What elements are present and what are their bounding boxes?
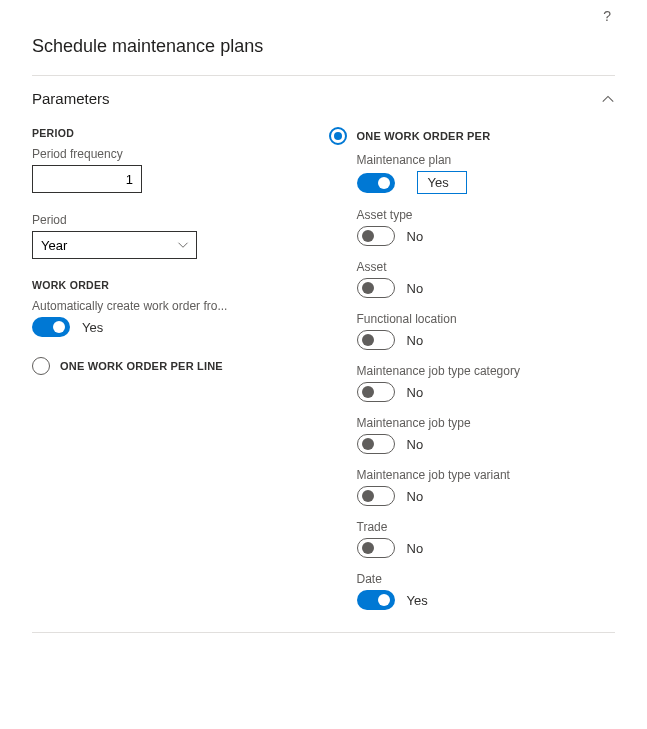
toggle-field-label: Date: [357, 572, 616, 586]
page-title: Schedule maintenance plans: [32, 0, 615, 75]
work-order-group-label: WORK ORDER: [32, 279, 319, 291]
help-icon[interactable]: ?: [603, 8, 611, 24]
chevron-up-icon: [601, 92, 615, 106]
toggle-field-label: Trade: [357, 520, 616, 534]
radio-per-line-label: ONE WORK ORDER PER LINE: [60, 360, 223, 372]
parameters-section-header[interactable]: Parameters: [32, 90, 615, 127]
toggle-maintenance-plan[interactable]: [357, 173, 395, 193]
period-frequency-label: Period frequency: [32, 147, 319, 161]
section-title: Parameters: [32, 90, 110, 107]
auto-create-value: Yes: [82, 320, 103, 335]
toggle-field-label: Maintenance plan: [357, 153, 616, 167]
radio-one-work-order-per[interactable]: [329, 127, 347, 145]
period-select[interactable]: [32, 231, 197, 259]
toggle-value: No: [407, 541, 424, 556]
toggle-value: No: [407, 437, 424, 452]
toggle-functional-location[interactable]: [357, 330, 395, 350]
toggle-value: No: [407, 333, 424, 348]
toggle-field-label: Asset type: [357, 208, 616, 222]
toggle-value: No: [407, 229, 424, 244]
toggle-field-label: Maintenance job type: [357, 416, 616, 430]
toggle-asset[interactable]: [357, 278, 395, 298]
toggle-trade[interactable]: [357, 538, 395, 558]
radio-one-work-order-per-line[interactable]: [32, 357, 50, 375]
auto-create-label: Automatically create work order fro...: [32, 299, 282, 313]
period-label: Period: [32, 213, 319, 227]
bottom-divider: [32, 632, 615, 633]
toggle-field-label: Functional location: [357, 312, 616, 326]
period-frequency-input[interactable]: [32, 165, 142, 193]
toggle-maintenance-job-type[interactable]: [357, 434, 395, 454]
toggle-date[interactable]: [357, 590, 395, 610]
toggle-field-label: Maintenance job type variant: [357, 468, 616, 482]
divider: [32, 75, 615, 76]
toggle-field-label: Maintenance job type category: [357, 364, 616, 378]
toggle-value: No: [407, 281, 424, 296]
toggle-field-label: Asset: [357, 260, 616, 274]
period-group-label: PERIOD: [32, 127, 319, 139]
auto-create-toggle[interactable]: [32, 317, 70, 337]
toggle-value: Yes: [407, 593, 428, 608]
radio-per-label: ONE WORK ORDER PER: [357, 130, 491, 142]
toggle-value: No: [407, 385, 424, 400]
toggle-asset-type[interactable]: [357, 226, 395, 246]
toggle-value-box[interactable]: Yes: [417, 171, 467, 194]
toggle-maintenance-job-type-category[interactable]: [357, 382, 395, 402]
toggle-maintenance-job-type-variant[interactable]: [357, 486, 395, 506]
toggle-value: No: [407, 489, 424, 504]
